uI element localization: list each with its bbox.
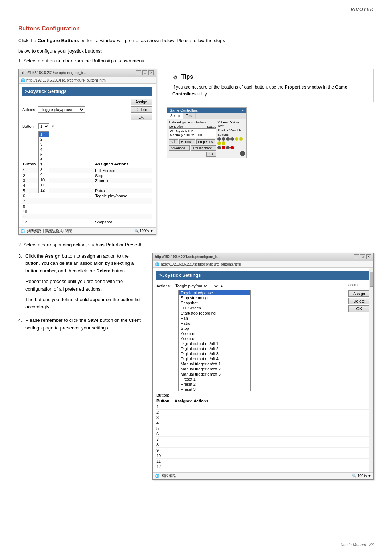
step3-para2: Repeat the process until you are done wi… <box>25 278 142 293</box>
row2-action-1 <box>175 405 370 409</box>
dd-action-14[interactable]: Digital output on/off 4 <box>179 356 250 361</box>
gc-col-controller: Controller <box>169 125 183 128</box>
dd-item-7[interactable]: 7 <box>39 162 49 167</box>
gc-btn-circle-8 <box>222 141 225 145</box>
dd-item-2[interactable]: 2 <box>39 137 49 142</box>
gc-btn-circle-3 <box>226 137 230 141</box>
row2-action-5 <box>175 426 370 431</box>
gc-tab-test: Test <box>183 113 196 119</box>
gc-ok-btn[interactable]: OK <box>206 152 216 157</box>
tips-content: If you are not sure of the locations of … <box>172 84 368 98</box>
dd-item-4[interactable]: 4 <box>39 147 49 152</box>
dd-action-6[interactable]: Pan <box>179 316 250 321</box>
browser-controls-1[interactable]: ─ □ ✕ <box>136 70 154 75</box>
gc-btn-circle-7 <box>217 141 221 145</box>
ok-button-1[interactable]: OK <box>131 114 152 120</box>
browser-minimize-btn-2[interactable]: ─ <box>354 254 359 259</box>
scrollbar-thumb-2[interactable] <box>370 272 373 287</box>
row2-action-7 <box>175 437 370 442</box>
intro-line2: below to configure your joystick buttons… <box>18 48 374 55</box>
dd-action-19[interactable]: Preset 2 <box>179 382 250 387</box>
gc-controller-list: WinJoystick HID... Manually eDDriv... OK <box>169 128 216 138</box>
tips-title-text: Tips <box>181 74 193 80</box>
table-row-2-11: 11 <box>156 459 370 464</box>
actions-select-1[interactable]: Toggle play/pause <box>38 106 85 113</box>
ok-button-2[interactable]: OK <box>348 305 370 312</box>
actions-dropdown-list[interactable]: Toggle play/pause Stop streaming Snapsho… <box>178 290 251 391</box>
dd-action-17[interactable]: Manual trigger on/off 3 <box>179 372 250 377</box>
row-num: 1 <box>22 168 37 173</box>
gc-advanced-btn[interactable]: Advanced... <box>169 145 190 151</box>
dd-action-3[interactable]: Snapshot <box>179 300 250 305</box>
browser-maximize-btn[interactable]: □ <box>142 70 147 75</box>
table-row-2-7: 7 <box>156 437 370 442</box>
dd-action-18[interactable]: Preset 1 <box>179 377 250 382</box>
gc-pov-circle <box>240 151 245 156</box>
tips-text-2: window in the <box>306 85 335 90</box>
step3-text3: button. <box>110 268 126 274</box>
row2-num-8: 8 <box>156 443 175 447</box>
browser-controls-2[interactable]: ─ □ ✕ <box>354 254 371 259</box>
dd-action-1[interactable]: Toggle play/pause <box>179 290 250 295</box>
dd-action-10[interactable]: Zoom out <box>179 336 250 341</box>
dd-item-10[interactable]: 10 <box>39 177 49 182</box>
browser-minimize-btn[interactable]: ─ <box>136 70 141 75</box>
browser-close-btn-2[interactable]: ✕ <box>366 254 371 259</box>
browser-addressbar-2: 🌐 http://192.168.6.231/setup/configure_b… <box>153 261 373 268</box>
dd-action-11[interactable]: Digital output on/off 1 <box>179 341 250 346</box>
row-num: 12 <box>22 220 37 224</box>
scrollbar-2[interactable] <box>369 268 373 472</box>
dd-action-13[interactable]: Digital output on/off 3 <box>179 351 250 356</box>
table-row: 12 Snapshot <box>22 219 152 225</box>
browser-title-text-1: http://192.168.6.231/setup/configure_b..… <box>21 71 86 75</box>
gc-add-btn[interactable]: Add <box>169 139 178 144</box>
dd-item-12[interactable]: 12 <box>39 188 49 193</box>
row-num: 7 <box>22 199 37 203</box>
actions-select-2[interactable]: Toggle play/pause <box>172 283 219 289</box>
gc-troubleshoot-btn[interactable]: Troubleshoot... <box>191 145 216 151</box>
delete-button-1[interactable]: Delete <box>131 106 152 113</box>
assign-button-1[interactable]: Assign <box>131 99 152 105</box>
dd-action-12[interactable]: Digital output on/off 2 <box>179 346 250 351</box>
button-num-select-1[interactable]: 1 <box>38 123 49 129</box>
dd-action-9[interactable]: Zoom in <box>179 331 250 336</box>
table-row-2-6: 6 <box>156 431 370 437</box>
dd-item-8[interactable]: 8 <box>39 167 49 172</box>
gc-properties-btn[interactable]: Properties <box>196 139 215 144</box>
button-table-2: 1 2 3 4 <box>156 404 370 469</box>
dd-item-9[interactable]: 9 <box>39 172 49 177</box>
dd-item-1[interactable]: 1 <box>39 132 49 137</box>
dd-action-8[interactable]: Stop <box>179 326 250 331</box>
dd-action-5[interactable]: Start/stop recording <box>179 311 250 316</box>
row2-num-4: 4 <box>156 421 175 425</box>
actions-row-2: Actions: Toggle play/pause ▲ Toggle play… <box>156 283 370 391</box>
dd-action-2[interactable]: Stop streaming <box>179 295 250 300</box>
row2-action-9 <box>175 448 370 452</box>
browser-close-btn[interactable]: ✕ <box>148 70 154 75</box>
dd-action-4[interactable]: Full Screen <box>179 305 250 311</box>
gc-controller-name: Manually eDDriv... <box>170 133 196 137</box>
table-row-2-5: 5 <box>156 426 370 431</box>
gc-body: Installed game controllers Controller St… <box>167 119 246 158</box>
row-col2 <box>37 215 94 219</box>
row-action: Patrol <box>94 189 152 193</box>
gc-controller-status-ok: OK <box>198 133 203 137</box>
dd-action-7[interactable]: Patrol <box>179 321 250 326</box>
tips-box: ☼ Tips If you are not sure of the locati… <box>167 69 374 102</box>
browser-statusbar-2: 🌐 網際網路 🔍 100% ▼ <box>153 472 373 479</box>
tips-text-1: If you are not sure of the locations of … <box>172 85 285 90</box>
browser-maximize-btn-2[interactable]: □ <box>360 254 365 259</box>
row-action <box>94 215 152 219</box>
table-row-2-1: 1 <box>156 404 370 410</box>
dd-item-3[interactable]: 3 <box>39 142 49 147</box>
dd-item-6[interactable]: 6 <box>39 157 49 162</box>
assign-button-2[interactable]: Assign <box>348 290 370 297</box>
table-row: 8 <box>22 204 152 209</box>
dd-item-5[interactable]: 5 <box>39 152 49 157</box>
dd-action-15[interactable]: Manual trigger on/off 1 <box>179 361 250 366</box>
delete-button-2[interactable]: Delete <box>348 298 370 304</box>
dd-action-20[interactable]: Preset 3 <box>179 387 250 391</box>
gc-remove-btn[interactable]: Remove <box>179 139 195 144</box>
dd-action-16[interactable]: Manual trigger on/off 2 <box>179 366 250 372</box>
dd-item-11[interactable]: 11 <box>39 182 49 188</box>
